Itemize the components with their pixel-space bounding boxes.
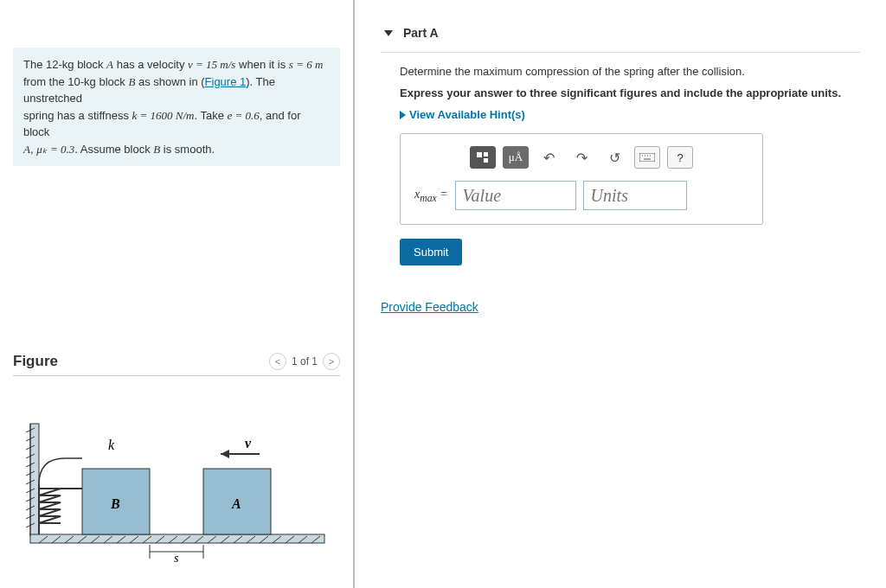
units-input[interactable] [583,181,687,210]
input-row: xmax = [414,181,748,210]
svg-rect-45 [484,152,488,157]
text: as shown in ( [135,75,204,88]
answer-toolbar: μÅ ↶ ↷ ↺ ? [414,146,748,169]
pager-next-button[interactable]: > [323,353,340,370]
part-title: Part A [403,26,439,40]
help-button[interactable]: ? [667,146,693,169]
label-A: A [231,496,241,511]
label-k: k [108,438,115,452]
figure-link[interactable]: Figure 1 [205,75,247,88]
pager-label: 1 of 1 [292,355,318,368]
figure-title: Figure [13,353,58,370]
figure-pager: < 1 of 1 > [269,353,340,370]
caret-down-icon [384,30,393,36]
template-tool-icon[interactable] [470,146,496,169]
pager-prev-button[interactable]: < [269,353,286,370]
instruction-text: Express your answer to three significant… [400,86,860,99]
eq-mu: μₖ = 0.3 [36,143,74,156]
text: has a velocity [113,58,188,71]
undo-icon[interactable]: ↶ [536,146,562,169]
caret-right-icon [400,111,406,119]
value-input[interactable] [455,181,576,210]
answer-box: μÅ ↶ ↷ ↺ ? xmax = [400,133,763,225]
text: when it is [235,58,288,71]
figure-header: Figure < 1 of 1 > [13,353,340,376]
text: spring has a stiffness [23,109,132,122]
eq-k: k = 1600 N/m [132,109,195,122]
units-tool-button[interactable]: μÅ [503,146,529,169]
text: . Assume block [74,143,153,156]
var-A: A [106,58,113,71]
eq-e: e = 0.6 [228,109,260,122]
redo-icon[interactable]: ↷ [568,146,594,169]
hints-label: View Available Hint(s) [409,108,525,121]
text: . Take [194,109,227,122]
text: is smooth. [160,143,215,156]
svg-marker-40 [221,450,229,458]
part-header[interactable]: Part A [381,17,860,53]
provide-feedback-link[interactable]: Provide Feedback [381,300,478,314]
label-s: s [174,552,179,565]
label-v: v [245,436,252,451]
svg-rect-47 [639,153,655,162]
figure-diagram: k v B A s [22,406,331,571]
view-hints-button[interactable]: View Available Hint(s) [400,108,860,121]
variable-label: xmax = [414,188,448,204]
keyboard-icon[interactable] [634,146,660,169]
problem-statement: The 12-kg block A has a velocity v = 15 … [13,48,340,166]
var-A2: A [23,143,30,156]
label-B: B [110,496,120,511]
text: The 12-kg block [23,58,106,71]
reset-icon[interactable]: ↺ [601,146,627,169]
svg-rect-14 [30,534,324,543]
eq-v: v = 15 m/s [188,58,235,71]
text: from the 10-kg block [23,75,128,88]
question-text: Determine the maximum compression of the… [400,65,860,78]
svg-rect-46 [484,158,488,163]
eq-s: s = 6 m [289,58,323,71]
svg-rect-44 [477,152,482,157]
submit-button[interactable]: Submit [400,239,462,265]
